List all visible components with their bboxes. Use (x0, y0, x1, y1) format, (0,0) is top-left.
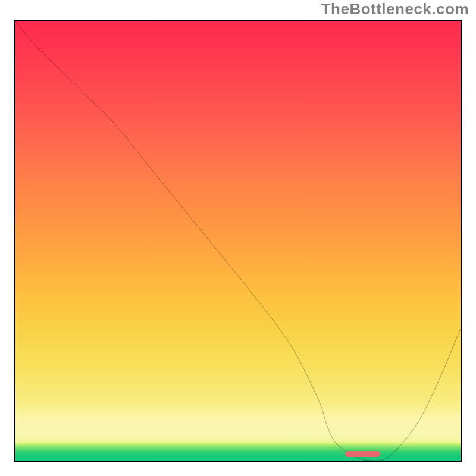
optimal-range-marker (345, 451, 381, 457)
chart-container: TheBottleneck.com (0, 0, 476, 476)
plot-area (14, 20, 462, 462)
curve-path (15, 21, 461, 461)
watermark-text: TheBottleneck.com (321, 0, 469, 18)
bottleneck-curve (15, 21, 461, 461)
